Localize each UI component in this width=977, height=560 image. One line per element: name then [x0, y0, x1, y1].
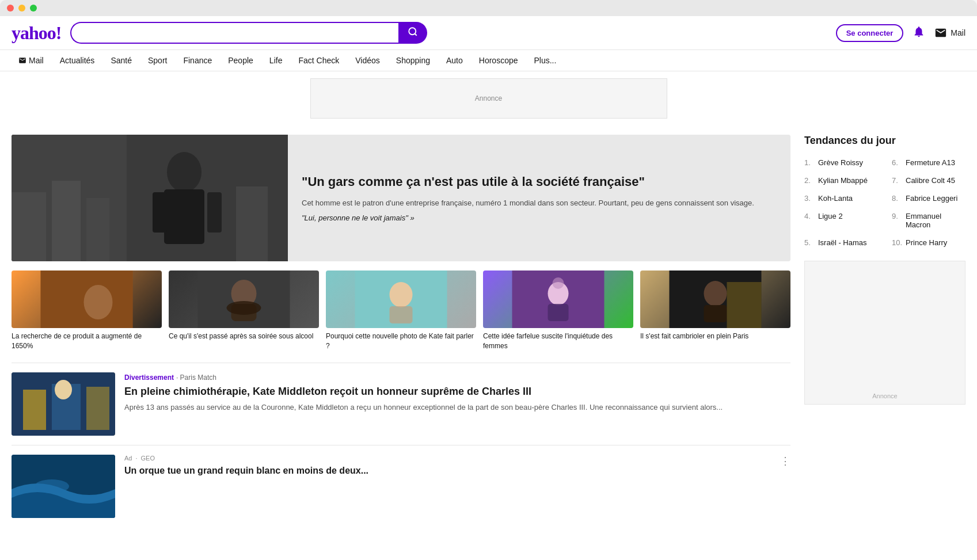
mail-header-link[interactable]: Mail [934, 26, 965, 39]
article-card-1[interactable]: Divertissement · Paris Match En pleine c… [12, 363, 790, 445]
nav-item-sante[interactable]: Santé [104, 50, 139, 71]
nav-item-mail[interactable]: Mail [12, 50, 51, 71]
trend-item-4[interactable]: 4. Ligue 2 [804, 209, 878, 231]
connect-button[interactable]: Se connecter [836, 24, 904, 42]
nav-item-shopping[interactable]: Shopping [389, 50, 437, 71]
thumb-item-2[interactable]: Ce qu'il s'est passé après sa soirée sou… [169, 271, 319, 351]
hero-quote: "Un gars comme ça n'est pas utile à la s… [302, 174, 777, 191]
nav-item-actualites[interactable]: Actualités [53, 50, 102, 71]
svg-rect-8 [12, 192, 46, 261]
ad-article-image [12, 455, 115, 518]
ad-card-body: Ad · GEO Un orque tue un grand requin bl… [124, 455, 771, 477]
trends-grid: 1. Grève Roissy 6. Fermeture A13 2. Kyli… [804, 156, 965, 249]
trend-item-9[interactable]: 9. Emmanuel Macron [892, 209, 965, 231]
trend-num-6: 6. [892, 158, 902, 167]
trend-label-6: Fermeture A13 [906, 158, 955, 167]
svg-point-18 [227, 301, 261, 315]
nav-item-life[interactable]: Life [263, 50, 290, 71]
thumb-caption-4: Cette idée farfelue suscite l'inquiétude… [483, 332, 633, 351]
minimize-button[interactable] [18, 5, 25, 12]
nav-bar: Mail Actualités Santé Sport Finance Peop… [0, 50, 977, 71]
trend-num-10: 10. [892, 238, 902, 247]
trend-label-7: Calibre Colt 45 [906, 176, 955, 185]
trend-label-8: Fabrice Leggeri [906, 194, 957, 203]
trend-item-1[interactable]: 1. Grève Roissy [804, 156, 878, 169]
trend-num-9: 9. [892, 212, 902, 220]
svg-rect-11 [236, 186, 268, 261]
header-right: Se connecter Mail [836, 24, 965, 42]
thumb-image-5 [640, 271, 790, 328]
nav-item-factcheck[interactable]: Fact Check [291, 50, 346, 71]
svg-point-0 [409, 28, 416, 35]
svg-rect-33 [86, 387, 109, 430]
svg-rect-7 [207, 192, 222, 233]
hero-image [12, 135, 288, 261]
trends-title: Tendances du jour [804, 135, 965, 147]
hero-description: Cet homme est le patron d'une entreprise… [302, 197, 777, 209]
fullscreen-button[interactable] [30, 5, 37, 12]
ad-article-card: Ad · GEO Un orque tue un grand requin bl… [12, 445, 790, 527]
nav-item-horoscope[interactable]: Horoscope [472, 50, 525, 71]
article-desc-1: Après 13 ans passés au service au de la … [124, 402, 790, 413]
nav-item-plus[interactable]: Plus... [527, 50, 563, 71]
header: yahoo! Se connecter Mail [0, 16, 977, 50]
close-button[interactable] [7, 5, 14, 12]
sidebar: Tendances du jour 1. Grève Roissy 6. Fer… [804, 135, 965, 527]
trend-item-10[interactable]: 10. Prince Harry [892, 236, 965, 249]
trend-num-5: 5. [804, 238, 815, 247]
trend-num-3: 3. [804, 194, 815, 203]
thumb-item-5[interactable]: Il s'est fait cambrioler en plein Paris [640, 271, 790, 351]
trend-num-4: 4. [804, 212, 815, 220]
notification-icon[interactable] [913, 25, 925, 41]
article-source-1: · Paris Match [176, 374, 216, 382]
trend-num-7: 7. [892, 176, 902, 185]
yahoo-logo[interactable]: yahoo! [12, 22, 61, 44]
article-tag-1: Divertissement [124, 374, 174, 382]
svg-rect-14 [41, 271, 133, 328]
svg-rect-24 [548, 304, 569, 321]
svg-point-4 [167, 152, 202, 192]
trend-item-6[interactable]: 6. Fermeture A13 [892, 156, 965, 169]
mail-label: Mail [951, 28, 965, 37]
trend-num-8: 8. [892, 194, 902, 203]
svg-rect-21 [390, 306, 413, 323]
svg-rect-9 [52, 181, 81, 261]
hero-article[interactable]: "Un gars comme ça n'est pas utile à la s… [12, 135, 790, 261]
nav-item-finance[interactable]: Finance [176, 50, 219, 71]
trend-label-4: Ligue 2 [818, 212, 843, 220]
svg-rect-10 [86, 198, 109, 261]
trend-label-10: Prince Harry [906, 238, 947, 247]
svg-point-20 [390, 282, 413, 307]
trend-label-3: Koh-Lanta [818, 194, 853, 203]
svg-point-27 [704, 281, 727, 306]
nav-item-videos[interactable]: Vidéos [348, 50, 387, 71]
trend-item-3[interactable]: 3. Koh-Lanta [804, 192, 878, 205]
search-button[interactable] [398, 22, 427, 44]
thumb-image-1 [12, 271, 162, 328]
trend-item-5[interactable]: 5. Israël - Hamas [804, 236, 878, 249]
trend-num-1: 1. [804, 158, 815, 167]
hero-link[interactable]: "Lui, personne ne le voit jamais" » [302, 214, 777, 222]
article-title-1: En pleine chimiothérapie, Kate Middleton… [124, 385, 790, 398]
thumb-image-3 [326, 271, 476, 328]
thumb-item-3[interactable]: Pourquoi cette nouvelle photo de Kate fa… [326, 271, 476, 351]
trend-item-8[interactable]: 8. Fabrice Leggeri [892, 192, 965, 205]
thumb-item-4[interactable]: Cette idée farfelue suscite l'inquiétude… [483, 271, 633, 351]
trend-label-5: Israël - Hamas [818, 238, 867, 247]
svg-rect-29 [727, 282, 762, 328]
trend-item-7[interactable]: 7. Calibre Colt 45 [892, 174, 965, 187]
svg-line-1 [415, 33, 417, 35]
nav-item-people[interactable]: People [221, 50, 260, 71]
nav-item-sport[interactable]: Sport [141, 50, 174, 71]
svg-rect-28 [704, 305, 727, 322]
trend-label-2: Kylian Mbappé [818, 176, 868, 185]
article-image-1 [12, 372, 115, 436]
ad-banner: Annonce [310, 78, 667, 119]
search-input[interactable] [70, 22, 398, 44]
thumb-item-1[interactable]: La recherche de ce produit a augmenté de… [12, 271, 162, 351]
thumbnail-row: La recherche de ce produit a augmenté de… [12, 271, 790, 351]
trend-item-2[interactable]: 2. Kylian Mbappé [804, 174, 878, 187]
nav-item-auto[interactable]: Auto [439, 50, 470, 71]
svg-rect-31 [23, 390, 46, 430]
more-options-button[interactable]: ⋮ [780, 455, 790, 467]
